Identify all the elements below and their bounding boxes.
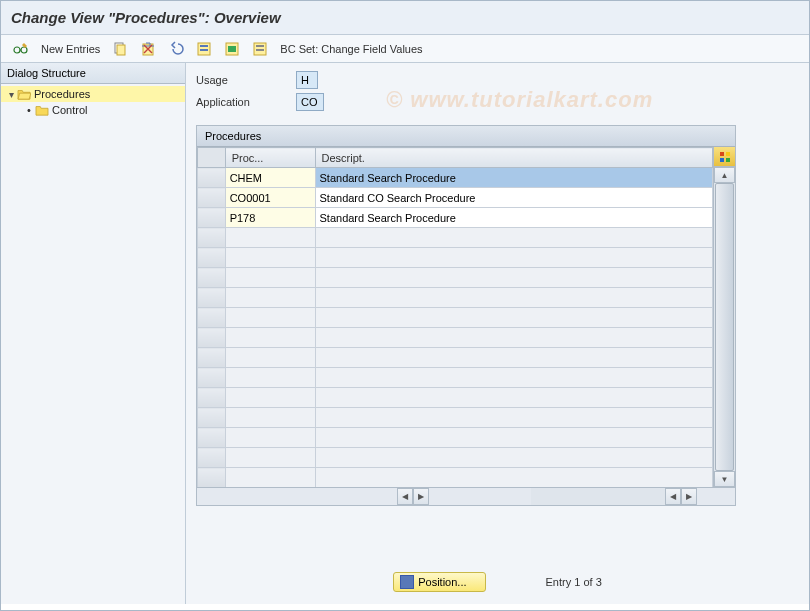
deselect-button[interactable] (248, 39, 272, 59)
proc-cell[interactable] (225, 328, 315, 348)
table-row-empty[interactable] (198, 268, 713, 288)
desc-cell[interactable] (315, 308, 713, 328)
column-header-desc[interactable]: Descript. (315, 148, 713, 168)
vertical-scrollbar[interactable]: ▲ ▼ (714, 167, 735, 487)
svg-point-0 (14, 47, 20, 53)
desc-cell[interactable]: Standard Search Procedure (315, 168, 713, 188)
proc-cell[interactable] (225, 248, 315, 268)
row-selector[interactable] (198, 408, 226, 428)
svg-rect-13 (720, 152, 724, 156)
table-row-empty[interactable] (198, 368, 713, 388)
table-row-empty[interactable] (198, 468, 713, 488)
content-area: © www.tutorialkart.com Usage Application… (186, 63, 809, 604)
undo-button[interactable] (164, 39, 188, 59)
table-row-empty[interactable] (198, 428, 713, 448)
usage-input[interactable] (296, 71, 318, 89)
table-row[interactable]: CHEM Standard Search Procedure (198, 168, 713, 188)
table-row-empty[interactable] (198, 228, 713, 248)
proc-cell[interactable] (225, 228, 315, 248)
desc-cell[interactable] (315, 448, 713, 468)
proc-cell[interactable]: CHEM (225, 168, 315, 188)
row-selector[interactable] (198, 268, 226, 288)
tree-item-procedures[interactable]: ▾ Procedures (1, 86, 185, 102)
desc-cell[interactable] (315, 428, 713, 448)
desc-cell[interactable] (315, 468, 713, 488)
scroll-right-button[interactable]: ▶ (413, 488, 429, 505)
desc-cell[interactable] (315, 288, 713, 308)
desc-cell[interactable]: Standard Search Procedure (315, 208, 713, 228)
main-area: Dialog Structure ▾ Procedures • Control … (1, 63, 809, 604)
row-selector[interactable] (198, 348, 226, 368)
select-block-button[interactable] (220, 39, 244, 59)
proc-cell[interactable] (225, 428, 315, 448)
row-selector[interactable] (198, 248, 226, 268)
row-selector[interactable] (198, 168, 226, 188)
row-selector[interactable] (198, 328, 226, 348)
table-row-empty[interactable] (198, 288, 713, 308)
scroll-down-button[interactable]: ▼ (714, 471, 735, 487)
scroll-right-button[interactable]: ▶ (681, 488, 697, 505)
bc-set-button[interactable]: BC Set: Change Field Values (276, 43, 426, 55)
row-selector[interactable] (198, 428, 226, 448)
tree-collapse-icon[interactable]: ▾ (5, 89, 17, 100)
desc-cell[interactable]: Standard CO Search Procedure (315, 188, 713, 208)
row-selector[interactable] (198, 368, 226, 388)
row-selector-header[interactable] (198, 148, 226, 168)
desc-cell[interactable] (315, 348, 713, 368)
desc-cell[interactable] (315, 248, 713, 268)
row-selector[interactable] (198, 228, 226, 248)
scroll-left-button[interactable]: ◀ (665, 488, 681, 505)
table-row[interactable]: P178 Standard Search Procedure (198, 208, 713, 228)
table-settings-button[interactable] (714, 147, 735, 167)
proc-cell[interactable] (225, 408, 315, 428)
proc-cell[interactable] (225, 268, 315, 288)
save-select-button[interactable] (192, 39, 216, 59)
row-selector[interactable] (198, 448, 226, 468)
application-input[interactable] (296, 93, 324, 111)
row-selector[interactable] (198, 288, 226, 308)
table-row-empty[interactable] (198, 308, 713, 328)
row-selector[interactable] (198, 468, 226, 488)
toggle-button[interactable] (9, 39, 33, 59)
folder-open-icon (17, 88, 31, 100)
proc-cell[interactable] (225, 348, 315, 368)
proc-cell[interactable]: CO0001 (225, 188, 315, 208)
column-header-proc[interactable]: Proc... (225, 148, 315, 168)
copy-button[interactable] (108, 39, 132, 59)
desc-cell[interactable] (315, 408, 713, 428)
scroll-up-button[interactable]: ▲ (714, 167, 735, 183)
row-selector[interactable] (198, 308, 226, 328)
proc-cell[interactable] (225, 308, 315, 328)
table-row-empty[interactable] (198, 328, 713, 348)
desc-cell[interactable] (315, 228, 713, 248)
table-row-empty[interactable] (198, 248, 713, 268)
tree-item-control[interactable]: • Control (19, 102, 185, 118)
row-selector[interactable] (198, 188, 226, 208)
table-row-empty[interactable] (198, 408, 713, 428)
proc-cell[interactable] (225, 468, 315, 488)
svg-rect-14 (726, 152, 730, 156)
table-row-empty[interactable] (198, 388, 713, 408)
row-selector[interactable] (198, 388, 226, 408)
proc-cell[interactable] (225, 368, 315, 388)
proc-cell[interactable] (225, 448, 315, 468)
desc-cell[interactable] (315, 328, 713, 348)
proc-cell[interactable] (225, 288, 315, 308)
table-row-empty[interactable] (198, 448, 713, 468)
table-row-empty[interactable] (198, 348, 713, 368)
delete-button[interactable] (136, 39, 160, 59)
scroll-left-button[interactable]: ◀ (397, 488, 413, 505)
scroll-track[interactable] (714, 183, 735, 471)
desc-cell[interactable] (315, 388, 713, 408)
proc-cell[interactable] (225, 388, 315, 408)
desc-cell[interactable] (315, 368, 713, 388)
desc-cell[interactable] (315, 268, 713, 288)
scroll-thumb[interactable] (715, 183, 734, 471)
position-button[interactable]: Position... (393, 572, 485, 592)
horizontal-scrollbar-left[interactable]: ◀ ▶ (397, 488, 531, 505)
new-entries-button[interactable]: New Entries (37, 43, 104, 55)
proc-cell[interactable]: P178 (225, 208, 315, 228)
horizontal-scrollbar-right[interactable]: ◀ ▶ (665, 488, 713, 505)
row-selector[interactable] (198, 208, 226, 228)
table-row[interactable]: CO0001 Standard CO Search Procedure (198, 188, 713, 208)
